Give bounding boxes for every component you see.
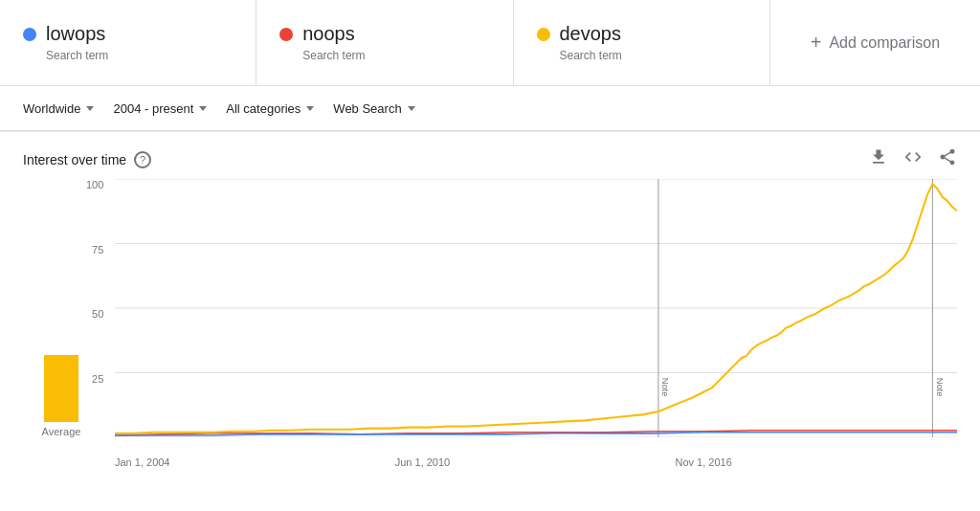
help-icon[interactable]: ? <box>134 151 151 168</box>
categories-filter[interactable]: All categories <box>218 98 322 120</box>
section-actions <box>869 147 957 171</box>
filters-bar: Worldwide 2004 - present All categories … <box>0 86 980 132</box>
download-icon[interactable] <box>869 147 888 171</box>
section-header: Interest over time ? <box>0 132 980 179</box>
average-bar <box>44 355 78 422</box>
dot-lowops <box>23 28 36 41</box>
x-axis-labels: Jan 1, 2004 Jun 1, 2010 Nov 1, 2016 <box>115 456 957 468</box>
chevron-down-icon <box>408 106 415 111</box>
search-term-noops[interactable]: noops Search term <box>256 0 513 85</box>
svg-text:Note: Note <box>660 378 670 397</box>
y-label-75: 75 <box>92 244 103 256</box>
categories-label: All categories <box>226 101 301 116</box>
embed-icon[interactable] <box>903 147 923 171</box>
chevron-down-icon <box>306 106 314 111</box>
x-label-2016: Nov 1, 2016 <box>675 456 731 468</box>
search-term-lowops[interactable]: lowops Search term <box>0 0 256 85</box>
y-label-100: 100 <box>86 179 103 190</box>
dot-noops <box>279 28 293 41</box>
term-name-devops: devops <box>560 23 622 45</box>
term-sublabel-noops: Search term <box>279 49 489 62</box>
chevron-down-icon <box>199 106 207 111</box>
chevron-down-icon <box>86 106 94 111</box>
average-label: Average <box>42 426 81 437</box>
add-comparison-button[interactable]: + Add comparison <box>770 0 980 85</box>
share-icon[interactable] <box>938 147 957 171</box>
location-filter[interactable]: Worldwide <box>15 98 101 120</box>
x-label-2010: Jun 1, 2010 <box>395 456 451 468</box>
section-title-text: Interest over time <box>23 152 126 167</box>
chart-area: 100 75 50 25 Average Note Note <box>0 179 980 476</box>
y-label-50: 50 <box>92 308 103 320</box>
svg-text:Note: Note <box>935 378 945 397</box>
search-term-devops[interactable]: devops Search term <box>514 0 770 85</box>
add-comparison-label: Add comparison <box>829 34 940 52</box>
search-type-label: Web Search <box>333 101 401 116</box>
time-range-filter[interactable]: 2004 - present <box>105 98 214 120</box>
x-label-2004: Jan 1, 2004 <box>115 456 170 468</box>
main-chart: Note Note <box>115 179 957 437</box>
plus-icon: + <box>811 32 822 54</box>
term-sublabel-devops: Search term <box>537 49 746 62</box>
section-title-group: Interest over time ? <box>23 151 151 168</box>
search-terms-bar: lowops Search term noops Search term dev… <box>0 0 980 86</box>
average-bar-container: Average <box>23 355 100 437</box>
dot-devops <box>537 28 550 41</box>
term-name-noops: noops <box>302 23 355 45</box>
time-range-label: 2004 - present <box>113 101 193 116</box>
term-name-lowops: lowops <box>46 23 105 45</box>
location-label: Worldwide <box>23 101 80 116</box>
search-type-filter[interactable]: Web Search <box>325 98 422 120</box>
term-sublabel-lowops: Search term <box>23 49 233 62</box>
